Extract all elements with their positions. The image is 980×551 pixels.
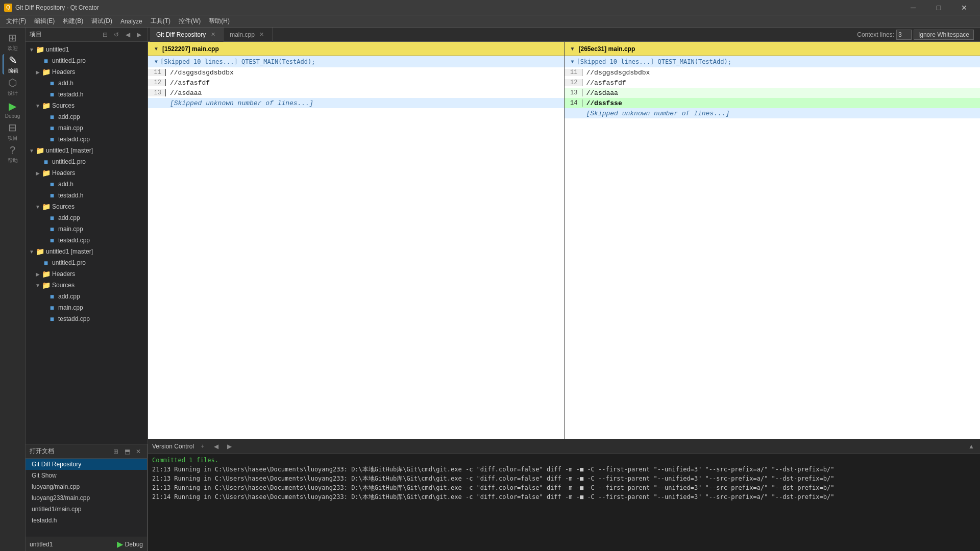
vc-nav-fwd[interactable]: ▶ xyxy=(225,442,234,451)
tree-label: testadd.cpp xyxy=(58,237,90,244)
tree-file-testaddh1[interactable]: ■ testadd.h xyxy=(26,89,148,100)
menu-control[interactable]: 控件(W) xyxy=(175,15,205,28)
sidebar-welcome[interactable]: ⊞ 欢迎 xyxy=(3,32,23,52)
tree-folder-headers1[interactable]: ▶ 📁 Headers xyxy=(26,66,148,78)
diff-right-content: ▼ [Skipped 10 lines...] QTEST_MAIN(TestA… xyxy=(565,56,981,439)
tree-root-untitled1[interactable]: ▼ 📁 untitled1 xyxy=(26,44,148,55)
tree-file-addh-m1[interactable]: ■ add.h xyxy=(26,179,148,190)
open-file-git-show[interactable]: Git Show xyxy=(26,470,147,481)
diff-right-sub-header: [Skipped 10 lines...] QTEST_MAIN(TestAdd… xyxy=(577,58,731,65)
tree-file-addcpp-m2[interactable]: ■ add.cpp xyxy=(26,291,148,302)
left-skipped-collapse[interactable]: ▼ xyxy=(152,58,160,66)
tree-file-untitled1pro[interactable]: ■ untitled1.pro xyxy=(26,55,148,66)
tree-label: testadd.cpp xyxy=(58,136,90,143)
folder-icon: 📁 xyxy=(42,169,50,177)
tab-git-diff[interactable]: Git Diff Repository ✕ xyxy=(150,28,224,42)
panel-filter-btn[interactable]: ⊟ xyxy=(101,30,110,39)
expand-icon[interactable]: ▼ xyxy=(28,45,36,54)
menu-build[interactable]: 构建(B) xyxy=(59,15,87,28)
diff-right-line-13: 13 //asdaaa xyxy=(565,88,981,98)
open-files-layout-btn[interactable]: ⊞ xyxy=(111,447,120,456)
expand-icon[interactable]: ▶ xyxy=(34,169,42,177)
tab-main-cpp-close[interactable]: ✕ xyxy=(258,31,266,39)
minimize-button[interactable]: ─ xyxy=(901,0,925,15)
folder-icon: 📁 xyxy=(42,68,50,76)
sidebar-welcome-label: 欢迎 xyxy=(8,45,18,52)
expand-icon[interactable]: ▼ xyxy=(34,281,42,289)
tree-file-testaddcpp-m2[interactable]: ■ testadd.cpp xyxy=(26,313,148,324)
sidebar-project[interactable]: ⊟ 项目 xyxy=(3,121,23,142)
open-file-testadd-h[interactable]: testadd.h xyxy=(26,515,147,526)
expand-icon[interactable]: ▶ xyxy=(34,270,42,278)
open-files-title: 打开文档 xyxy=(30,447,54,456)
open-files-close-btn[interactable]: ✕ xyxy=(134,447,143,456)
menu-debug[interactable]: 调试(D) xyxy=(87,15,116,28)
tree-label: untitled1 [master] xyxy=(46,248,93,255)
sidebar-edit[interactable]: ✎ 编辑 xyxy=(3,54,23,74)
tree-root-master1[interactable]: ▼ 📁 untitled1 [master] xyxy=(26,145,148,156)
vc-nav-back[interactable]: ◀ xyxy=(211,442,220,451)
context-lines-input[interactable] xyxy=(896,30,912,40)
vc-collapse-btn[interactable]: ▲ xyxy=(967,442,976,451)
tree-folder-headers-m2[interactable]: ▶ 📁 Headers xyxy=(26,268,148,280)
tree-label: testadd.cpp xyxy=(58,315,90,322)
close-button[interactable]: ✕ xyxy=(952,0,976,15)
panel-sync-btn[interactable]: ↺ xyxy=(112,30,121,39)
maximize-button[interactable]: □ xyxy=(927,0,950,15)
open-file-luoyang-main[interactable]: luoyang/main.cpp xyxy=(26,481,147,492)
sidebar-edit-label: 编辑 xyxy=(8,67,18,74)
tree-folder-sources1[interactable]: ▼ 📁 Sources xyxy=(26,100,148,111)
tree-file-maincpp-m2[interactable]: ■ main.cpp xyxy=(26,302,148,313)
expand-icon[interactable]: ▼ xyxy=(28,146,36,155)
sidebar-debug[interactable]: ▶ Debug xyxy=(3,99,23,119)
expand-icon[interactable]: ▼ xyxy=(34,102,42,110)
file-pro-icon: ■ xyxy=(42,259,50,267)
tree-file-addcpp-m1[interactable]: ■ add.cpp xyxy=(26,212,148,223)
menu-tools[interactable]: 工具(T) xyxy=(146,15,175,28)
vc-up-btn[interactable]: + xyxy=(198,442,207,451)
tab-main-cpp[interactable]: main.cpp ✕ xyxy=(224,28,273,42)
expand-icon[interactable]: ▼ xyxy=(34,203,42,211)
tree-folder-sources-m2[interactable]: ▼ 📁 Sources xyxy=(26,280,148,291)
panel-nav-fwd[interactable]: ▶ xyxy=(134,30,143,39)
sidebar-help[interactable]: ? 帮助 xyxy=(3,144,23,164)
left-collapse-btn[interactable]: ▼ xyxy=(152,45,160,53)
tab-git-diff-close[interactable]: ✕ xyxy=(209,31,217,39)
open-file-luoyang233-main[interactable]: luoyang233/main.cpp xyxy=(26,492,147,504)
panel-nav-back[interactable]: ◀ xyxy=(123,30,132,39)
tree-file-addcpp1[interactable]: ■ add.cpp xyxy=(26,111,148,122)
open-files-split-btn[interactable]: ⬒ xyxy=(122,447,132,456)
open-file-untitled1-main[interactable]: untitled1/main.cpp xyxy=(26,504,147,515)
expand-icon[interactable]: ▶ xyxy=(34,68,42,76)
tab-bar: Git Diff Repository ✕ main.cpp ✕ Context… xyxy=(148,28,980,42)
tree-file-testaddh-m1[interactable]: ■ testadd.h xyxy=(26,190,148,201)
tree-file-maincpp-m1[interactable]: ■ main.cpp xyxy=(26,223,148,235)
tree-file-addh1[interactable]: ■ add.h xyxy=(26,78,148,89)
sidebar-design[interactable]: ⬡ 设计 xyxy=(3,77,23,97)
right-skipped-collapse[interactable]: ▼ xyxy=(569,58,577,66)
ignore-whitespace-button[interactable]: Ignore Whitespace xyxy=(914,30,974,40)
file-pro-icon: ■ xyxy=(42,158,50,166)
tree-root-master2[interactable]: ▼ 📁 untitled1 [master] xyxy=(26,246,148,257)
sidebar-help-label: 帮助 xyxy=(8,157,18,164)
tree-folder-sources-m1[interactable]: ▼ 📁 Sources xyxy=(26,201,148,212)
tree-file-maincpp1[interactable]: ■ main.cpp xyxy=(26,122,148,134)
menu-help[interactable]: 帮助(H) xyxy=(205,15,234,28)
tree-file-testaddcpp1[interactable]: ■ testadd.cpp xyxy=(26,134,148,145)
title-bar-controls: ─ □ ✕ xyxy=(901,0,976,15)
main-layout: ⊞ 欢迎 ✎ 编辑 ⬡ 设计 ▶ Debug ⊟ 项目 ? 帮助 项目 xyxy=(0,28,980,551)
file-cpp-icon: ■ xyxy=(48,292,56,300)
tree-folder-headers-m1[interactable]: ▶ 📁 Headers xyxy=(26,167,148,179)
tree-file-pro-m2[interactable]: ■ untitled1.pro xyxy=(26,257,148,268)
right-collapse-btn[interactable]: ▼ xyxy=(569,45,577,53)
menu-analyze[interactable]: Analyze xyxy=(116,15,146,28)
tree-file-testaddcpp-m1[interactable]: ■ testadd.cpp xyxy=(26,235,148,246)
menu-file[interactable]: 文件(F) xyxy=(2,15,30,28)
expand-icon[interactable]: ▼ xyxy=(28,247,36,256)
line-content: //dsggsdsgdsbdbx xyxy=(582,69,981,77)
open-file-git-diff[interactable]: Git Diff Repository xyxy=(26,459,147,470)
tree-file-pro-m1[interactable]: ■ untitled1.pro xyxy=(26,156,148,167)
line-num: 14 xyxy=(565,99,582,107)
debug-label: Debug xyxy=(125,541,143,548)
menu-edit[interactable]: 编辑(E) xyxy=(30,15,59,28)
